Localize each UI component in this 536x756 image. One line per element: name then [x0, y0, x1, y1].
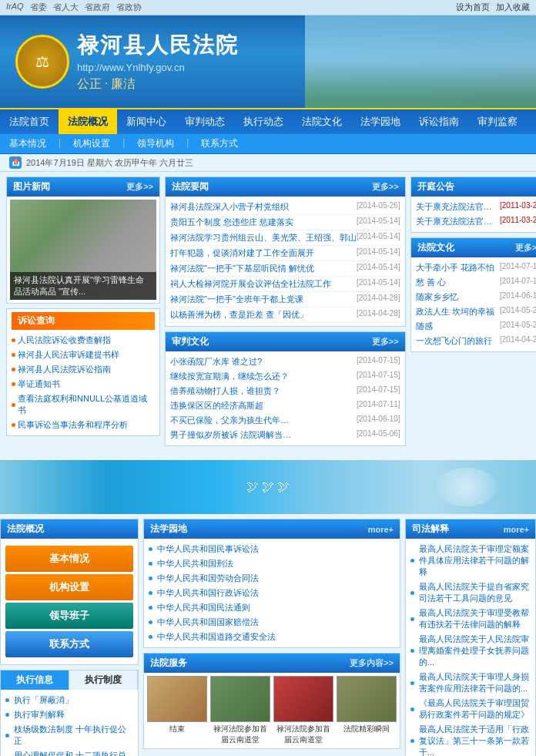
btn-contact[interactable]: 联系方式: [5, 631, 133, 657]
court-service-more[interactable]: 更多内容>>: [350, 657, 394, 669]
add-favorite[interactable]: 加入收藏: [496, 2, 530, 13]
trial-text-5[interactable]: 不买已保险，父亲为孩生代年代方指指偿偿偿偿: [170, 415, 293, 426]
trial-culture-more[interactable]: 更多>>: [372, 336, 399, 348]
court-culture-content: 大手牵小手 花路不怕 [2014-07-15] 愁 善 心 [2014-07-1…: [411, 257, 536, 351]
law-item-2[interactable]: 中华人民共和国刑法: [149, 556, 395, 571]
dot: [149, 576, 152, 580]
law-item-6[interactable]: 中华人民共和国国家赔偿法: [149, 615, 395, 630]
inquiry-item-6[interactable]: 民事诉讼当事法务和程序分析: [12, 418, 155, 432]
bottom-section: 法院概况 基本情况 机构设置 领导班子 联系方式 执行信息 执行制度 执行「屏蔽…: [0, 519, 536, 756]
nav-exec[interactable]: 执行动态: [234, 109, 293, 134]
culture-text-5[interactable]: 随感: [416, 321, 433, 332]
photo-news-more[interactable]: 更多>>: [126, 181, 153, 193]
court-news-more[interactable]: 更多>>: [372, 181, 399, 193]
law-item-1[interactable]: 中华人民共和国民事诉讼法: [149, 542, 395, 556]
exec-item-3[interactable]: 枝场级数法制度 十年执行促公正: [5, 722, 133, 748]
btn-org[interactable]: 机构设置: [5, 574, 133, 600]
inquiry-item-5[interactable]: 查看法庭权利和NNULL公基道道域书: [12, 391, 155, 418]
law-item-4[interactable]: 中华人民共和国行政诉讼法: [149, 586, 395, 600]
top-link-3[interactable]: 省政府: [85, 2, 110, 13]
subnav-contact[interactable]: 联系方式: [201, 137, 238, 150]
culture-text-6[interactable]: 一次想飞心门的旅行: [416, 335, 492, 347]
court-culture-more[interactable]: 更多>>: [515, 242, 536, 254]
trial-item-2: 继续按宽宣期满，继续怎么还？ [2014-07-15]: [170, 369, 400, 384]
judicial-item-1[interactable]: 最高人民法院关于审理定额案件具体应用法律若干问题的解释: [410, 542, 531, 580]
law-item-3[interactable]: 中华人民共和国劳动合同法: [149, 571, 395, 586]
exec-item-2[interactable]: 执行审判解释: [5, 707, 133, 722]
judicial-item-2[interactable]: 最高人民法院关于提自省家究司法若干工具问题的意见: [410, 580, 531, 606]
trial-culture-header: 审判文化 更多>>: [166, 332, 405, 351]
news-text-5[interactable]: 禄河法院"一把手"下基层听民情 解忧优: [170, 263, 314, 274]
nav-overview[interactable]: 法院概况: [59, 109, 117, 134]
news-item-7: 禄河法院"一把手"全班年于都上党课 [2014-04-28]: [170, 292, 400, 307]
nav-message[interactable]: 访客留言: [527, 109, 536, 134]
culture-date-4: [2014-05-27]: [500, 306, 536, 318]
header-title: 禄河县人民法院 http://www.Ynlhfy.gov.cn 公正 · 廉洁: [77, 31, 239, 92]
law-garden-more[interactable]: more+: [368, 525, 394, 534]
top-link-4[interactable]: 省政协: [116, 2, 142, 13]
culture-text-2[interactable]: 愁 善 心: [416, 277, 446, 288]
trial-text-3[interactable]: 借养殖动物打人损，谁担责？: [170, 385, 280, 397]
judicial-item-3[interactable]: 最高人民法院关于审理受教帮有违扶若干法律问题的解释: [410, 606, 531, 632]
news-text-6[interactable]: 祠人大检禄河院开展会议评估全社法院工作: [170, 278, 331, 290]
subnav-org[interactable]: 机构设置: [73, 137, 110, 150]
exec-content: 执行「屏蔽消」 执行审判解释 枝场级数法制度 十年执行促公正 用心调解促促和 十…: [1, 690, 138, 756]
nav-trial[interactable]: 审判动态: [176, 109, 234, 134]
news-item-5: 禄河法院"一把手"下基层听民情 解忧优 [2014-05-14]: [170, 261, 400, 277]
nav-law[interactable]: 法学园地: [351, 109, 410, 134]
dot: [12, 338, 15, 342]
court-img-caption-1: 结束: [147, 724, 207, 734]
culture-item-2: 愁 善 心 [2014-07-15]: [416, 275, 536, 290]
subnav-leader[interactable]: 领导机构: [137, 137, 174, 150]
trial-text-4[interactable]: 违换保区区的经济高斯超: [170, 400, 263, 412]
court-culture-header: 法院文化 更多>>: [411, 238, 536, 257]
law-item-7[interactable]: 中华人民共和国道路交通安全法: [149, 630, 395, 644]
btn-basic[interactable]: 基本情况: [5, 546, 133, 572]
nav-guide[interactable]: 诉讼指南: [410, 109, 468, 134]
inquiry-item-1[interactable]: 人民法院诉讼收费查解指: [12, 333, 155, 348]
nav-culture[interactable]: 法院文化: [293, 109, 351, 134]
inquiry-item-3[interactable]: 禄河县人民法院诉讼指南: [12, 362, 155, 377]
inquiry-item-4[interactable]: 举证通知书: [12, 377, 155, 391]
news-text-4[interactable]: 打年犯题，促谈消对建了工作全面展开: [170, 247, 314, 259]
judicial-item-7[interactable]: 最高人民法院关于适用「行政复议法」第三十一条第一款若干...: [410, 722, 531, 756]
exec-item-1[interactable]: 执行「屏蔽消」: [5, 693, 133, 707]
sub-nav: 基本情况 | 机构设置 | 领导机构 | 联系方式: [0, 134, 536, 154]
trial-text-1[interactable]: 小张函院厂水库 谁之过?: [170, 356, 262, 368]
court-news-section: 法院要闻 更多>> 禄河县法院深入小营子村党组织 [2014-05-26] 贵阳…: [165, 176, 406, 327]
news-text-8[interactable]: 以杨善洲为榜，查是距差 查「因优」: [170, 309, 308, 321]
trial-text-2[interactable]: 继续按宽宣期满，继续怎么还？: [170, 371, 289, 382]
news-text-1[interactable]: 禄河县法院深入小营子村党组织: [170, 201, 289, 213]
subnav-basic[interactable]: 基本情况: [9, 137, 46, 150]
nav-home[interactable]: 法院首页: [0, 109, 59, 134]
court-overview-box: 法院概况 基本情况 机构设置 领导班子 联系方式: [0, 519, 139, 665]
top-link-1[interactable]: 省委: [30, 2, 47, 13]
nav-news[interactable]: 新闻中心: [117, 109, 176, 134]
trial-text-6[interactable]: 男子撞似岁所被诉 法院调解当庭兑付了: [170, 429, 293, 441]
culture-item-6: 一次想飞心门的旅行 [2014-04-23]: [416, 334, 536, 348]
judicial-more[interactable]: more+: [504, 525, 529, 534]
set-homepage[interactable]: 设为首页: [456, 2, 490, 13]
main-nav: 法院首页 法院概况 新闻中心 审判动态 执行动态 法院文化 法学园地 诉讼指南 …: [0, 108, 536, 134]
culture-text-4[interactable]: 政法人生 坎坷的幸福: [416, 306, 494, 318]
exec-item-4[interactable]: 用心调解促促和 十二项执行总案好实家: [5, 748, 133, 756]
news-text-2[interactable]: 贵阳五个制度 您违些庄 惩建落实: [170, 217, 293, 228]
law-garden-content: 中华人民共和国民事诉讼法 中华人民共和国刑法 中华人民共和国劳动合同法 中华人民…: [144, 539, 400, 647]
culture-text-1[interactable]: 大手牵小手 花路不怕: [416, 262, 494, 274]
judicial-item-4[interactable]: 最高人民法院关于人民法院审理离婚案件处理子女抚养问题的...: [410, 632, 531, 670]
news-text-3[interactable]: 禄河法院学习贵州组云山、美光荣、王绍强、郭山: [170, 232, 357, 244]
btn-leader[interactable]: 领导班子: [5, 603, 133, 629]
nav-monitor[interactable]: 审判监察: [468, 109, 527, 134]
judicial-item-5[interactable]: 最高人民法院关于审理人身损害案件应用法律若干问题的...: [410, 670, 531, 696]
open-court-text-1[interactable]: 关于禀充法院法官电话...: [416, 201, 500, 213]
court-subtitle: 公正 · 廉洁: [77, 76, 239, 92]
inquiry-item-2[interactable]: 禄河县人民法审诉建提书样: [12, 348, 155, 362]
exec-tab-2[interactable]: 执行制度: [69, 670, 138, 690]
judicial-item-6[interactable]: 《最高人民法院关于审理国贸易行政案件若干问题的规定》: [410, 696, 531, 722]
news-text-7[interactable]: 禄河法院"一把手"全班年于都上党课: [170, 294, 303, 305]
exec-tab-1[interactable]: 执行信息: [1, 670, 69, 690]
top-link-2[interactable]: 省人大: [53, 2, 79, 13]
law-item-5[interactable]: 中华人民共和国民法通则: [149, 600, 395, 615]
culture-text-3[interactable]: 随家乡乡忆: [416, 291, 458, 303]
open-court-text-2[interactable]: 关于禀充法院法官电话...: [416, 216, 500, 227]
